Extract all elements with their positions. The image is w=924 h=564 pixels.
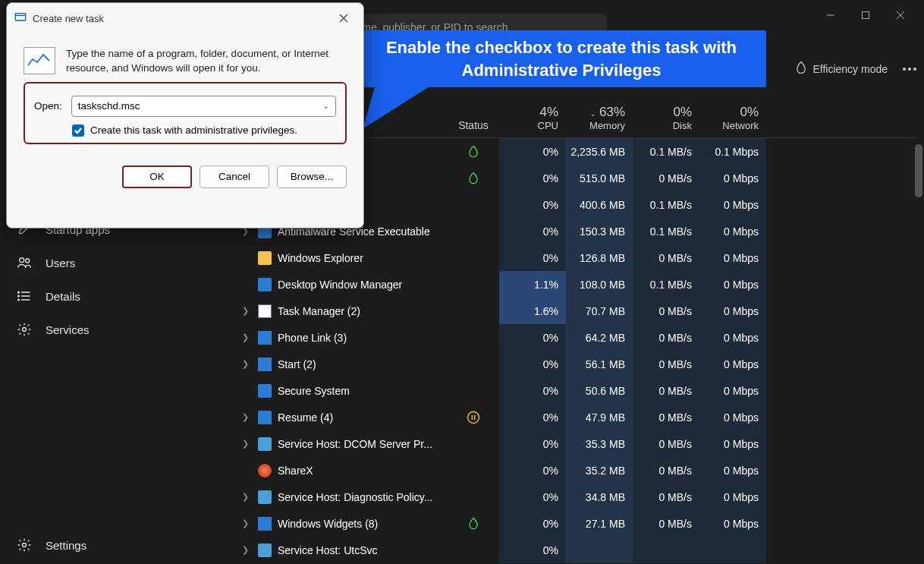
sidebar-label: Details bbox=[46, 290, 80, 303]
sidebar-item-users[interactable]: Users bbox=[0, 246, 228, 279]
process-name: Resume (4) bbox=[273, 411, 448, 424]
callout-text: Enable the checkbox to create this task … bbox=[386, 38, 737, 80]
col-cpu[interactable]: 4%CPU bbox=[499, 105, 566, 131]
admin-checkbox-label: Create this task with administrative pri… bbox=[90, 124, 297, 136]
expand-icon[interactable]: ❯ bbox=[234, 359, 256, 369]
process-name: Task Manager (2) bbox=[273, 305, 448, 317]
table-row[interactable]: ❯Task Manager (2)1.6%70.7 MB0 MB/s0 Mbps bbox=[234, 298, 916, 324]
col-memory[interactable]: ⌄63%Memory bbox=[566, 105, 633, 131]
annotation-callout: Enable the checkbox to create this task … bbox=[357, 30, 766, 87]
table-row[interactable]: ❯Service Host: DCOM Server Pr...0%35.3 M… bbox=[234, 430, 916, 457]
svg-point-5 bbox=[26, 259, 30, 263]
sidebar-item-services[interactable]: Services bbox=[0, 313, 228, 346]
cpu-cell: 0% bbox=[499, 324, 566, 351]
process-name: Phone Link (3) bbox=[273, 332, 448, 344]
svg-point-11 bbox=[18, 299, 20, 301]
maximize-button[interactable] bbox=[848, 4, 883, 27]
table-row[interactable]: ❯Start (2)0%56.1 MB0 MB/s0 Mbps bbox=[234, 351, 916, 377]
sidebar-item-settings[interactable]: Settings bbox=[0, 528, 103, 562]
expand-icon[interactable]: ❯ bbox=[234, 492, 256, 502]
table-row[interactable]: Secure System0%50.6 MB0 MB/s0 Mbps bbox=[234, 377, 916, 404]
network-cell: 0 Mbps bbox=[699, 457, 766, 484]
disk-cell: 0 MB/s bbox=[633, 165, 699, 191]
table-row[interactable]: ❯Resume (4)0%47.9 MB0 MB/s0 Mbps bbox=[234, 404, 916, 430]
open-combobox[interactable]: taskschd.msc ⌄ bbox=[71, 96, 336, 117]
cancel-button[interactable]: Cancel bbox=[200, 165, 269, 188]
table-row[interactable]: ❯Phone Link (3)0%64.2 MB0 MB/s0 Mbps bbox=[234, 324, 916, 351]
col-disk[interactable]: 0%Disk bbox=[633, 105, 699, 131]
users-icon bbox=[17, 255, 32, 270]
process-icon bbox=[256, 358, 273, 371]
admin-checkbox[interactable] bbox=[72, 124, 84, 137]
disk-cell: 0 MB/s bbox=[633, 457, 699, 484]
run-icon bbox=[14, 11, 27, 26]
network-cell: 0 Mbps bbox=[699, 430, 766, 457]
table-row[interactable]: ShareX0%35.2 MB0 MB/s0 Mbps bbox=[234, 457, 916, 484]
memory-cell bbox=[566, 537, 633, 563]
process-icon bbox=[256, 251, 273, 265]
disk-cell: 0 MB/s bbox=[633, 324, 699, 351]
process-icon bbox=[256, 517, 273, 531]
browse-button[interactable]: Browse... bbox=[277, 165, 347, 188]
memory-cell: 64.2 MB bbox=[566, 324, 633, 351]
disk-cell: 0 MB/s bbox=[633, 484, 699, 510]
sidebar-item-details[interactable]: Details bbox=[0, 279, 228, 313]
table-row[interactable]: Desktop Window Manager1.1%108.0 MB0.1 MB… bbox=[234, 271, 916, 298]
settings-label: Settings bbox=[46, 539, 86, 552]
process-icon bbox=[256, 384, 273, 398]
process-status bbox=[448, 516, 499, 531]
expand-icon[interactable]: ❯ bbox=[234, 332, 256, 342]
efficiency-mode-button[interactable]: Efficiency mode bbox=[794, 61, 888, 77]
network-cell: 0 Mbps bbox=[699, 298, 766, 324]
highlighted-area: Open: taskschd.msc ⌄ Create this task wi… bbox=[24, 82, 347, 144]
expand-icon[interactable]: ❯ bbox=[234, 306, 256, 316]
ok-button[interactable]: OK bbox=[122, 165, 192, 188]
table-row[interactable]: Windows Explorer0%126.8 MB0 MB/s0 Mbps bbox=[234, 244, 916, 271]
sort-desc-icon: ⌄ bbox=[590, 110, 596, 118]
memory-cell: 108.0 MB bbox=[566, 271, 633, 298]
process-icon bbox=[256, 437, 273, 451]
col-status[interactable]: Status bbox=[448, 119, 499, 131]
table-row[interactable]: ❯Service Host: Diagnostic Policy...0%34.… bbox=[234, 484, 916, 510]
cpu-cell: 0% bbox=[499, 430, 566, 457]
close-button[interactable] bbox=[883, 4, 918, 27]
cpu-cell: 0% bbox=[499, 537, 566, 563]
dialog-instruction: Type the name of a program, folder, docu… bbox=[66, 47, 347, 76]
minimize-button[interactable] bbox=[813, 4, 848, 27]
svg-point-13 bbox=[23, 544, 27, 547]
memory-cell: 150.3 MB bbox=[566, 218, 633, 244]
memory-cell: 515.0 MB bbox=[566, 165, 633, 191]
disk-cell: 0 MB/s bbox=[633, 404, 699, 430]
network-cell: 0 Mbps bbox=[699, 165, 766, 191]
network-cell: 0 Mbps bbox=[699, 510, 766, 537]
more-button[interactable] bbox=[903, 68, 916, 71]
process-icon bbox=[256, 278, 273, 291]
process-name: Service Host: UtcSvc bbox=[273, 544, 448, 556]
table-row[interactable]: ❯Service Host: UtcSvc0% bbox=[234, 537, 916, 563]
cpu-cell: 1.6% bbox=[499, 298, 566, 324]
list-icon bbox=[17, 288, 32, 304]
svg-point-10 bbox=[18, 295, 20, 297]
expand-icon[interactable]: ❯ bbox=[234, 412, 256, 422]
network-cell: 0.1 Mbps bbox=[699, 138, 766, 165]
sidebar-label: Services bbox=[46, 323, 90, 336]
disk-cell bbox=[633, 537, 699, 563]
dialog-title: Create new task bbox=[33, 13, 325, 24]
dialog-close-button[interactable] bbox=[332, 9, 356, 27]
network-cell: 0 Mbps bbox=[699, 191, 766, 218]
svg-rect-1 bbox=[863, 12, 869, 19]
col-network[interactable]: 0%Network bbox=[699, 105, 766, 131]
run-dialog-icon bbox=[24, 47, 55, 74]
process-icon bbox=[256, 490, 273, 504]
expand-icon[interactable]: ❯ bbox=[234, 545, 256, 555]
svg-rect-17 bbox=[15, 13, 25, 20]
settings-icon bbox=[17, 537, 32, 553]
scrollbar[interactable] bbox=[915, 144, 922, 197]
disk-cell: 0.1 MB/s bbox=[633, 218, 699, 244]
table-row[interactable]: ❯Windows Widgets (8)0%27.1 MB0 MB/s0 Mbp… bbox=[234, 510, 916, 537]
expand-icon[interactable]: ❯ bbox=[234, 518, 256, 528]
toolbar: Efficiency mode bbox=[794, 61, 916, 77]
expand-icon[interactable]: ❯ bbox=[234, 439, 256, 449]
process-name: ShareX bbox=[273, 465, 448, 477]
open-value: taskschd.msc bbox=[78, 100, 140, 112]
